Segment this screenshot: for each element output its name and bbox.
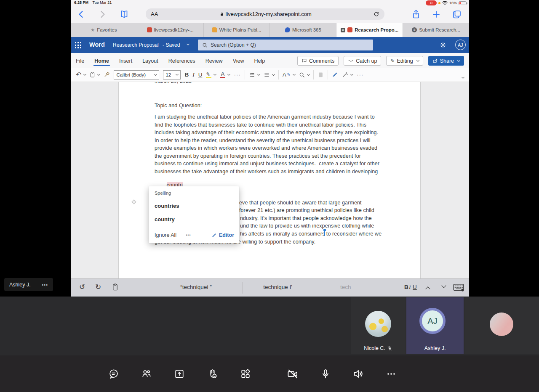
new-tab-icon[interactable] xyxy=(431,9,441,19)
speaker-button[interactable] xyxy=(342,368,375,380)
kb-underline-button[interactable]: U xyxy=(413,284,417,290)
collaborator-caret xyxy=(324,230,325,236)
more-button[interactable] xyxy=(375,368,408,380)
mic-in-use-icon xyxy=(438,2,440,4)
kb-italic-button[interactable]: I xyxy=(409,284,411,291)
tab-insert[interactable]: Insert xyxy=(114,54,137,67)
italic-button[interactable]: I xyxy=(192,72,195,78)
kb-prev-icon[interactable] xyxy=(425,286,430,291)
mic-button[interactable] xyxy=(309,368,342,380)
forward-icon[interactable] xyxy=(98,9,107,19)
close-tab-icon[interactable]: ✕ xyxy=(341,28,345,32)
gear-icon[interactable] xyxy=(440,42,446,48)
presenter-name-pill[interactable]: Ashley J. ••• xyxy=(4,278,53,291)
back-icon[interactable] xyxy=(77,9,86,19)
tab-label: White Plains Publ... xyxy=(219,27,261,32)
share-icon[interactable] xyxy=(411,9,421,20)
tab-microsoft-365[interactable]: Microsoft 365 xyxy=(270,23,336,37)
share-button[interactable]: Share xyxy=(428,56,464,66)
search-box[interactable]: Search (Option + Q) xyxy=(198,40,373,50)
tab-help[interactable]: Help xyxy=(249,54,270,67)
screen-recording-icon[interactable] xyxy=(426,0,437,5)
reload-icon[interactable] xyxy=(373,11,379,17)
share-screen-button[interactable] xyxy=(163,368,196,380)
dictate-wand-button[interactable] xyxy=(342,72,353,78)
formatting-toolbar: ↶ Calibri (Body) 12 B I U ✎ A xyxy=(71,68,469,82)
tab-layout[interactable]: Layout xyxy=(137,54,163,67)
document-canvas[interactable]: March 20, 2023 Topic and Question: I am … xyxy=(71,82,469,278)
more-options-icon[interactable]: ••• xyxy=(42,282,48,287)
participant-tile-nicole[interactable]: Nicole C. xyxy=(351,297,406,354)
tab-view[interactable]: View xyxy=(228,54,249,67)
kb-redo-icon[interactable]: ↻ xyxy=(95,283,101,291)
kb-suggestion-faded[interactable]: tech xyxy=(340,284,351,290)
people-button[interactable] xyxy=(130,368,163,380)
catch-up-icon xyxy=(348,58,354,64)
suggestion-countries[interactable]: countries xyxy=(155,203,233,209)
speaker-icon xyxy=(352,368,365,380)
bullet-list-button[interactable] xyxy=(249,72,260,78)
comments-button[interactable]: Comments xyxy=(297,56,339,66)
apps-icon xyxy=(240,368,251,380)
popup-more-icon[interactable]: ••• xyxy=(186,233,191,237)
bookmarks-icon[interactable] xyxy=(119,9,129,20)
paste-button[interactable] xyxy=(90,72,100,78)
tab-file[interactable]: File xyxy=(71,54,89,67)
undo-button[interactable]: ↶ xyxy=(76,71,86,79)
tab-favorites[interactable]: ★ Favorites xyxy=(71,23,137,37)
tab-livewpcsdk[interactable]: livewpcsdk12ny-... xyxy=(137,23,204,37)
chat-button[interactable] xyxy=(97,368,130,380)
tab-submit-research[interactable]: S Submit Research... xyxy=(403,23,469,37)
kb-paste-icon[interactable] xyxy=(112,283,118,291)
tab-review[interactable]: Review xyxy=(200,54,228,67)
mic-icon xyxy=(320,368,331,380)
font-color-button[interactable]: A xyxy=(220,72,230,78)
tab-research-proposal[interactable]: ✕ Reasearch Propo... xyxy=(336,23,403,37)
camera-button[interactable] xyxy=(276,368,309,380)
apps-button[interactable] xyxy=(229,368,262,380)
highlight-button[interactable]: ✎ xyxy=(206,72,216,78)
ignore-all-button[interactable]: Ignore All xyxy=(155,232,176,238)
app-launcher-icon[interactable] xyxy=(75,42,81,48)
microsoft-365-icon xyxy=(285,27,290,32)
more-font-options[interactable]: ··· xyxy=(234,72,241,78)
kb-suggestion-mid[interactable]: technique I' xyxy=(243,284,312,290)
font-size-select[interactable]: 12 xyxy=(163,70,181,79)
kb-suggestion-quoted[interactable]: “techniquei ” xyxy=(151,284,241,290)
kb-bold-button[interactable]: B xyxy=(404,284,408,290)
tabs-icon[interactable] xyxy=(452,9,462,19)
document-title[interactable]: Reasearch Proposal - Saved xyxy=(113,42,180,48)
presenter-name: Ashley J. xyxy=(9,282,31,288)
kb-undo-icon[interactable]: ↺ xyxy=(79,283,85,291)
call-control-bar xyxy=(0,355,539,392)
tab-references[interactable]: References xyxy=(163,54,200,67)
collapse-ribbon-icon[interactable] xyxy=(462,76,464,79)
account-avatar[interactable]: AJ xyxy=(455,40,466,50)
editor-pen-icon[interactable] xyxy=(332,72,338,78)
star-icon: ★ xyxy=(91,27,95,33)
underline-button[interactable]: U xyxy=(198,72,203,78)
catch-up-button[interactable]: Catch up xyxy=(344,56,381,66)
editor-button[interactable]: Editor xyxy=(211,232,234,238)
line-spacing-button[interactable] xyxy=(264,72,275,78)
kb-next-icon[interactable] xyxy=(441,283,446,288)
participant-tile-third[interactable] xyxy=(464,297,539,354)
format-painter-icon[interactable] xyxy=(104,72,110,78)
participant-tile-ashley[interactable]: AJ Ashley J. xyxy=(406,297,464,354)
doc-fragment: und the law to provide us with inexpensi… xyxy=(240,223,374,229)
reader-button[interactable]: AA xyxy=(151,11,158,17)
more-toolbar-options[interactable]: ··· xyxy=(357,72,364,78)
tab-white-plains[interactable]: White Plains Publ... xyxy=(204,23,270,37)
font-name-select[interactable]: Calibri (Body) xyxy=(114,70,159,79)
bold-button[interactable]: B xyxy=(184,72,189,78)
title-dropdown-icon[interactable] xyxy=(187,42,189,45)
raise-hand-button[interactable] xyxy=(196,368,229,380)
find-button[interactable] xyxy=(299,72,310,78)
editing-mode-button[interactable]: ✎ Editing xyxy=(386,56,423,66)
kb-dismiss-keyboard-icon[interactable] xyxy=(453,283,464,292)
address-bar[interactable]: AA livewpcsdk12ny-my.sharepoint.com xyxy=(146,8,384,20)
suggestion-country[interactable]: country xyxy=(155,216,233,222)
styles-button[interactable]: A✎ xyxy=(283,72,295,78)
lock-icon xyxy=(220,12,224,17)
tab-home[interactable]: Home xyxy=(89,54,114,67)
